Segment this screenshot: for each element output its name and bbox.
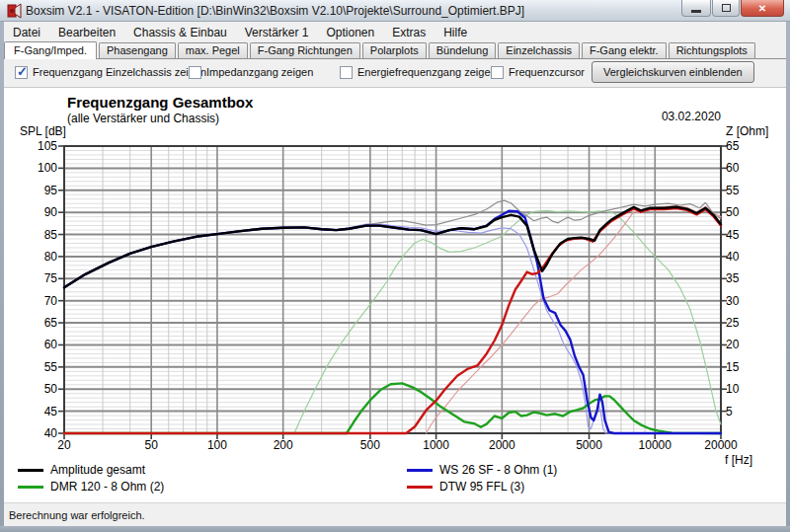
y-left-tick-100: 100 bbox=[24, 161, 57, 175]
x-axis-label: f [Hz] bbox=[695, 453, 752, 467]
tab-f-gang-imped[interactable]: F-Gang/Imped. bbox=[4, 41, 97, 59]
maximize-button[interactable] bbox=[712, 0, 740, 17]
menu-item-verstärker-1[interactable]: Verstärker 1 bbox=[236, 23, 318, 42]
legend-swatch-dtw-95-ffl-3 bbox=[407, 486, 433, 489]
frequency-response-plot[interactable] bbox=[58, 140, 728, 440]
curve-dtw95 bbox=[64, 208, 721, 433]
tab-max-pegel[interactable]: max. Pegel bbox=[178, 42, 248, 58]
x-tick-100: 100 bbox=[188, 438, 247, 452]
tab-polarplots[interactable]: Polarplots bbox=[362, 42, 427, 58]
chart-title: Frequenzgang Gesamtbox bbox=[67, 94, 253, 111]
x-tick-20: 20 bbox=[35, 438, 94, 452]
unchecked-checkbox-icon[interactable] bbox=[491, 66, 504, 79]
tab-f-gang-richtungen[interactable]: F-Gang Richtungen bbox=[250, 42, 360, 58]
maximize-icon bbox=[722, 4, 731, 12]
y-right-tick-25: 25 bbox=[726, 316, 739, 330]
close-button[interactable]: ✕ bbox=[741, 0, 784, 17]
unchecked-checkbox-icon[interactable] bbox=[189, 66, 201, 79]
curve-dmr120 bbox=[64, 383, 721, 433]
minimize-button[interactable] bbox=[681, 0, 711, 17]
legend-label-dtw-95-ffl-3: DTW 95 FFL (3) bbox=[439, 480, 524, 494]
menu-item-datei[interactable]: Datei bbox=[4, 23, 49, 42]
window-border-right bbox=[786, 22, 790, 526]
y-axis-left-label: SPL [dB] bbox=[20, 124, 66, 138]
checkbox-label: Frequenzgang Einzelchassis zeigen bbox=[33, 66, 206, 78]
chart-subtitle: (alle Verstärker und Chassis) bbox=[67, 112, 219, 125]
x-tick-500: 500 bbox=[341, 438, 400, 452]
menu-item-hilfe[interactable]: Hilfe bbox=[434, 23, 476, 42]
y-left-tick-65: 65 bbox=[24, 316, 57, 330]
checkbox-frequenzgang-einzelchassis-zeigen[interactable]: Frequenzgang Einzelchassis zeigen bbox=[15, 64, 206, 80]
status-text: Berechnung war erfolgreich. bbox=[4, 509, 145, 521]
y-left-tick-105: 105 bbox=[24, 139, 57, 153]
y-right-tick-20: 20 bbox=[726, 338, 739, 351]
y-right-tick-35: 35 bbox=[726, 271, 739, 285]
y-right-tick-40: 40 bbox=[726, 250, 739, 264]
y-right-tick-50: 50 bbox=[726, 205, 739, 219]
minimize-icon bbox=[691, 10, 701, 13]
x-tick-2000: 2000 bbox=[472, 438, 531, 452]
x-tick-1000: 1000 bbox=[407, 438, 466, 452]
legend-label-ws-26-sf-8-ohm-1: WS 26 SF - 8 Ohm (1) bbox=[439, 463, 557, 477]
y-right-tick-10: 10 bbox=[726, 382, 739, 396]
x-tick-50: 50 bbox=[121, 438, 181, 452]
y-left-tick-70: 70 bbox=[24, 294, 57, 308]
app-window: Boxsim V2.1 - VISATON-Edition [D:\BinWin… bbox=[0, 0, 790, 532]
x-tick-10000: 10000 bbox=[625, 438, 684, 452]
checkbox-energiefrequenzgang-zeigen[interactable]: Energiefrequenzgang zeigen bbox=[340, 64, 497, 80]
y-right-tick-5: 5 bbox=[726, 405, 733, 418]
y-left-tick-55: 55 bbox=[24, 360, 57, 374]
window-border-bottom[interactable] bbox=[0, 526, 790, 532]
tab-bar: F-Gang/Imped.Phasengangmax. PegelF-Gang … bbox=[4, 42, 786, 59]
y-right-tick-65: 65 bbox=[726, 139, 739, 153]
y-left-tick-95: 95 bbox=[24, 184, 57, 197]
compare-curves-button[interactable]: Vergleichskurven einblenden bbox=[592, 61, 754, 83]
title-bar[interactable]: Boxsim V2.1 - VISATON-Edition [D:\BinWin… bbox=[0, 0, 790, 22]
menu-item-bearbeiten[interactable]: Bearbeiten bbox=[49, 23, 124, 42]
checkbox-frequenzcursor[interactable]: Frequenzcursor bbox=[491, 64, 585, 80]
tab-f-gang-elektr[interactable]: F-Gang elektr. bbox=[582, 42, 667, 58]
checkbox-impedanzgang-zeigen[interactable]: Impedanzgang zeigen bbox=[189, 64, 313, 80]
y-right-tick-55: 55 bbox=[726, 184, 739, 197]
menu-item-chassis-einbau[interactable]: Chassis & Einbau bbox=[124, 23, 236, 42]
y-axis-right-label: Z [Ohm] bbox=[726, 124, 768, 138]
x-tick-200: 200 bbox=[254, 438, 313, 452]
menu-item-optionen[interactable]: Optionen bbox=[317, 23, 383, 42]
y-right-tick-45: 45 bbox=[726, 228, 739, 242]
y-right-tick-60: 60 bbox=[726, 161, 739, 175]
status-bar: Berechnung war erfolgreich. bbox=[4, 502, 786, 526]
window-controls: ✕ bbox=[680, 0, 784, 17]
curve-summe-duenn bbox=[356, 200, 721, 226]
checkbox-label: Energiefrequenzgang zeigen bbox=[357, 66, 497, 78]
y-left-tick-50: 50 bbox=[24, 382, 57, 396]
menu-item-extras[interactable]: Extras bbox=[383, 23, 434, 42]
app-icon bbox=[7, 3, 23, 19]
y-right-tick-15: 15 bbox=[726, 360, 739, 374]
tab-richtungsplots[interactable]: Richtungsplots bbox=[669, 42, 755, 58]
menu-bar: DateiBearbeitenChassis & EinbauVerstärke… bbox=[4, 23, 786, 42]
y-left-tick-80: 80 bbox=[24, 250, 57, 264]
tab-einzelchassis[interactable]: Einzelchassis bbox=[498, 42, 580, 58]
y-left-tick-90: 90 bbox=[24, 205, 57, 219]
unchecked-checkbox-icon[interactable] bbox=[340, 66, 353, 79]
window-title: Boxsim V2.1 - VISATON-Edition [D:\BinWin… bbox=[26, 0, 524, 22]
x-tick-5000: 5000 bbox=[560, 438, 619, 452]
checked-checkbox-icon[interactable] bbox=[15, 66, 28, 79]
y-right-tick-30: 30 bbox=[726, 294, 739, 308]
close-icon: ✕ bbox=[758, 3, 766, 14]
y-left-tick-45: 45 bbox=[24, 405, 57, 418]
window-border-left bbox=[0, 22, 4, 526]
x-tick-20000: 20000 bbox=[691, 438, 750, 452]
legend-label-amplitude-gesamt: Amplitude gesamt bbox=[50, 463, 145, 477]
checkbox-label: Frequenzcursor bbox=[509, 66, 585, 78]
y-left-tick-85: 85 bbox=[24, 228, 57, 242]
legend-label-dmr-120-8-ohm-2: DMR 120 - 8 Ohm (2) bbox=[50, 480, 164, 494]
tab-phasengang[interactable]: Phasengang bbox=[99, 42, 176, 58]
checkbox-label: Impedanzgang zeigen bbox=[206, 66, 313, 78]
tab-bündelung[interactable]: Bündelung bbox=[429, 42, 497, 58]
y-left-tick-60: 60 bbox=[24, 338, 57, 351]
chart-date: 03.02.2020 bbox=[557, 110, 721, 123]
legend-swatch-dmr-120-8-ohm-2 bbox=[18, 486, 43, 489]
y-left-tick-75: 75 bbox=[24, 271, 57, 285]
legend-swatch-amplitude-gesamt bbox=[18, 469, 43, 472]
